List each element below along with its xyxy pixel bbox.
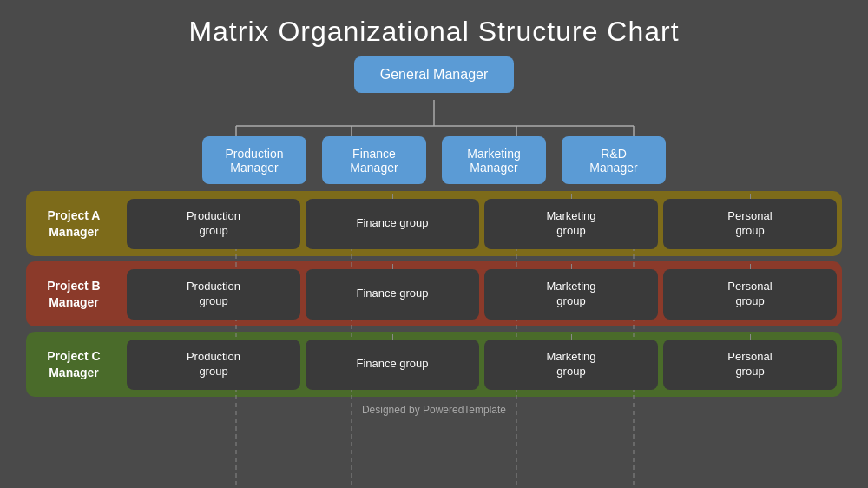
- row-b-cells: Productiongroup Finance group Marketingg…: [122, 261, 842, 326]
- row-c-production: Productiongroup: [127, 340, 300, 390]
- row-b-production: Productiongroup: [127, 269, 300, 320]
- row-b-finance: Finance group: [306, 269, 479, 320]
- production-manager-box: ProductionManager: [202, 136, 306, 184]
- finance-manager-box: FinanceManager: [322, 136, 426, 184]
- general-manager-box: General Manager: [354, 56, 515, 93]
- project-a-label: Project AManager: [26, 191, 122, 256]
- second-level-managers: ProductionManager FinanceManager Marketi…: [26, 136, 842, 184]
- row-a-cells: Productiongroup Finance group Marketingg…: [122, 191, 842, 256]
- row-a-personal: Personalgroup: [663, 199, 837, 249]
- row-c-personal: Personalgroup: [663, 340, 837, 390]
- chart-container: General Manager ProductionManager Financ…: [0, 56, 868, 184]
- managers-wrapper: ProductionManager FinanceManager Marketi…: [202, 136, 666, 184]
- general-manager-level: General Manager: [26, 56, 842, 93]
- row-c-marketing: Marketinggroup: [484, 340, 658, 390]
- connector-spacer: [26, 93, 842, 136]
- matrix-row-a: Project AManager Productiongroup Finance…: [26, 191, 842, 256]
- matrix-section: Project AManager Productiongroup Finance…: [0, 191, 868, 397]
- row-b-personal: Personalgroup: [663, 269, 837, 320]
- matrix-row-c: Project CManager Productiongroup Finance…: [26, 332, 842, 397]
- matrix-row-b: Project BManager Productiongroup Finance…: [26, 261, 842, 326]
- row-c-cells: Productiongroup Finance group Marketingg…: [122, 332, 842, 397]
- marketing-manager-box: MarketingManager: [442, 136, 546, 184]
- row-a-finance: Finance group: [306, 199, 479, 249]
- project-b-label: Project BManager: [26, 261, 122, 326]
- page-title: Matrix Organizational Structure Chart: [0, 0, 868, 56]
- row-c-finance: Finance group: [306, 340, 479, 390]
- project-c-label: Project CManager: [26, 332, 122, 397]
- rd-manager-box: R&D Manager: [562, 136, 666, 184]
- footer-text: Designed by PoweredTemplate: [0, 404, 868, 416]
- row-b-marketing: Marketinggroup: [484, 269, 658, 320]
- row-a-production: Productiongroup: [127, 199, 300, 249]
- row-a-marketing: Marketinggroup: [484, 199, 658, 249]
